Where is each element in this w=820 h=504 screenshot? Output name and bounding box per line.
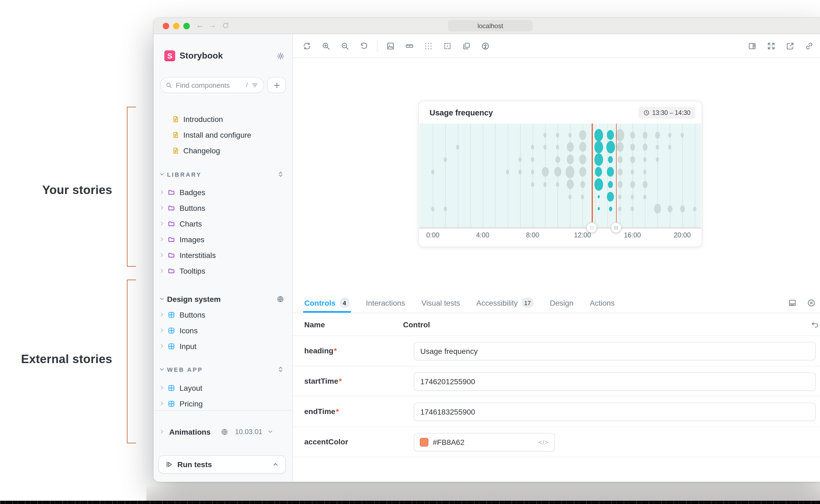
zoom-out-button[interactable] (337, 38, 352, 53)
back-icon[interactable]: ← (196, 20, 204, 29)
fullscreen-icon (767, 41, 776, 50)
sidebar-item-changelog[interactable]: Changelog (153, 143, 292, 158)
viewport-button[interactable] (459, 38, 474, 53)
chevron-right-icon[interactable] (159, 236, 165, 242)
chevron-right-icon[interactable] (159, 385, 165, 391)
sidebar-item-badges[interactable]: Badges (153, 184, 292, 200)
time-axis: 0:004:008:0012:0016:0020:00 (419, 231, 701, 244)
ref-version[interactable]: 10.03.01 (235, 428, 262, 436)
grid-button[interactable] (421, 38, 436, 53)
zoom-reset-button[interactable] (356, 38, 371, 53)
create-story-button[interactable] (267, 77, 286, 93)
card-title: Usage frequency (430, 108, 638, 117)
zoom-out-icon (340, 41, 349, 50)
sidebar-item-icons[interactable]: Icons (153, 322, 292, 338)
chevron-right-icon[interactable] (159, 252, 165, 258)
chevron-right-icon[interactable] (159, 343, 165, 349)
filter-icon[interactable] (251, 81, 259, 89)
collapse-icon[interactable] (277, 171, 284, 178)
chevron-down-icon[interactable] (267, 429, 273, 435)
color-swatch[interactable] (420, 438, 429, 447)
address-bar[interactable]: localhost (448, 20, 533, 31)
code-icon[interactable]: </> (539, 439, 549, 445)
chevron-down-icon[interactable] (159, 296, 165, 302)
sidebar-item-tooltips[interactable]: Tooltips (153, 263, 292, 279)
sync-button[interactable] (299, 38, 314, 53)
section-header-library[interactable]: LIBRARY (153, 166, 292, 182)
tab-actions[interactable]: Actions (590, 293, 615, 313)
sidebar-item-interstitials[interactable]: Interstitials (153, 247, 292, 263)
sidebar-item-install-and-configure[interactable]: Install and configure (153, 127, 292, 143)
copy-link-button[interactable] (802, 38, 817, 53)
panel-toggle-button[interactable] (745, 38, 760, 53)
globe-icon[interactable] (276, 295, 284, 303)
usage-dot (544, 133, 547, 137)
chevron-right-icon[interactable] (159, 429, 165, 435)
close-panel-button[interactable] (804, 295, 819, 310)
usage-dot (656, 144, 659, 149)
endTime-input[interactable] (414, 403, 816, 421)
search-shortcut: / (246, 81, 248, 89)
close-window-button[interactable] (163, 23, 169, 29)
gridline (632, 124, 633, 228)
sidebar-item-charts[interactable]: Charts (153, 216, 292, 231)
tab-interactions[interactable]: Interactions (366, 293, 405, 313)
tab-visual-tests[interactable]: Visual tests (422, 293, 460, 313)
chevron-right-icon[interactable] (159, 221, 165, 227)
usage-dot (519, 157, 522, 162)
card-header: Usage frequency 13:30 – 14:30 (419, 101, 702, 124)
chevron-right-icon[interactable] (159, 189, 165, 195)
sidebar-item-layout[interactable]: Layout (153, 380, 292, 396)
panel-position-button[interactable] (785, 295, 800, 310)
sidebar-item-label: Introduction (183, 115, 223, 123)
accentColor-input[interactable]: #FB8A62</> (414, 433, 555, 451)
chevron-down-icon[interactable] (159, 171, 165, 177)
sidebar-item-input[interactable]: Input (153, 338, 292, 354)
usage-dot (693, 206, 696, 211)
sidebar-item-images[interactable]: Images (153, 231, 292, 247)
chevron-right-icon[interactable] (159, 205, 165, 211)
tab-controls[interactable]: Controls4 (304, 293, 349, 313)
tab-design[interactable]: Design (550, 293, 574, 313)
axis-tick-label: 4:00 (476, 231, 490, 239)
outline-button[interactable] (440, 38, 455, 53)
axis-tick-label: 0:00 (426, 231, 440, 239)
collapse-icon[interactable] (277, 366, 284, 373)
chevron-up-icon[interactable] (272, 461, 279, 468)
heading-input[interactable] (414, 342, 816, 360)
chevron-down-icon[interactable] (159, 366, 165, 372)
gear-icon[interactable] (276, 52, 285, 60)
maximize-window-button[interactable] (183, 23, 190, 29)
ruler-button[interactable] (402, 38, 417, 53)
accessibility-button[interactable] (478, 38, 493, 53)
forward-icon[interactable]: → (208, 20, 216, 29)
chevron-right-icon[interactable] (159, 400, 165, 406)
reload-icon[interactable] (222, 22, 229, 29)
startTime-input[interactable] (414, 372, 816, 391)
search-input[interactable]: Find components / (160, 77, 264, 93)
section-header-design-system[interactable]: Design system (153, 291, 292, 307)
control-row-endTime: endTime* (293, 397, 820, 427)
search-placeholder: Find components (176, 81, 243, 89)
sidebar-item-buttons[interactable]: Buttons (153, 200, 292, 216)
zoom-reset-icon (359, 41, 368, 50)
chevron-right-icon[interactable] (159, 327, 165, 333)
chevron-right-icon[interactable] (159, 268, 165, 274)
sidebar-item-pricing[interactable]: Pricing (153, 396, 292, 411)
zoom-in-button[interactable] (318, 38, 333, 53)
sidebar-item-buttons[interactable]: Buttons (153, 307, 292, 322)
section-header-web-app[interactable]: WEB APP (153, 361, 292, 377)
background-button[interactable] (383, 38, 398, 53)
selection-handle-end[interactable] (611, 222, 622, 233)
sync-icon (302, 41, 311, 50)
control-row-startTime: startTime* (293, 366, 820, 397)
open-external-button[interactable] (783, 38, 798, 53)
sidebar-ref-animations[interactable]: Animations 10.03.01 (153, 424, 292, 440)
minimize-window-button[interactable] (173, 23, 179, 29)
tab-accessibility[interactable]: Accessibility17 (477, 293, 534, 313)
fullscreen-button[interactable] (764, 38, 779, 53)
run-tests-button[interactable]: Run tests (158, 455, 286, 474)
reset-controls-icon[interactable] (811, 320, 819, 329)
chevron-right-icon[interactable] (159, 312, 165, 318)
sidebar-item-introduction[interactable]: Introduction (153, 111, 292, 127)
